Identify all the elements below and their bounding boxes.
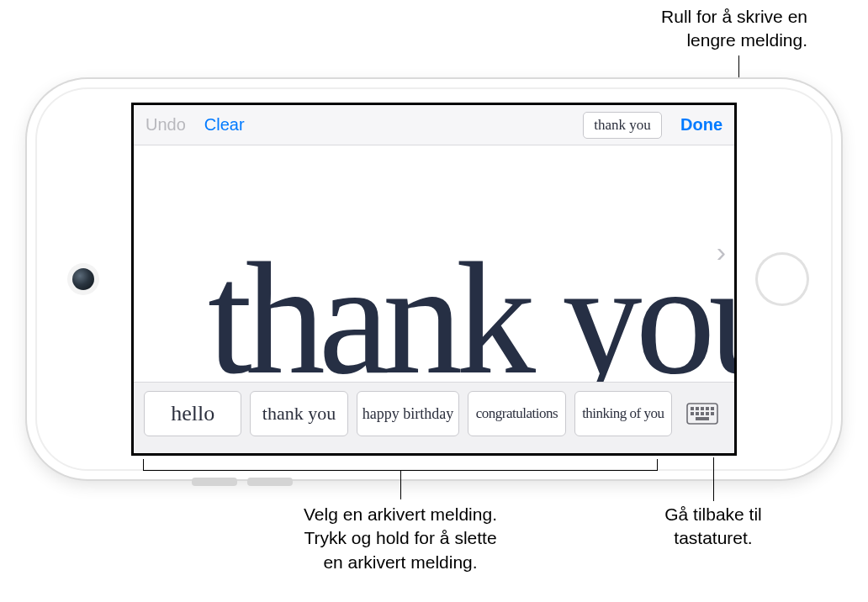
- saved-message-thank-you[interactable]: thank you: [250, 391, 347, 436]
- home-button[interactable]: [755, 252, 809, 306]
- saved-message-congratulations[interactable]: congratulations: [468, 391, 565, 436]
- saved-bracket: [143, 459, 658, 471]
- handwriting-text: thank you: [208, 239, 734, 383]
- svg-rect-9: [706, 412, 709, 415]
- svg-rect-3: [701, 407, 704, 410]
- callout-saved: Velg en arkivert melding. Trykk og hold …: [236, 503, 565, 574]
- svg-rect-1: [691, 407, 694, 410]
- scroll-chevron-icon[interactable]: ›: [717, 235, 726, 268]
- keyboard-button[interactable]: [680, 393, 724, 434]
- handwriting-canvas[interactable]: thank you ›: [134, 145, 734, 383]
- front-camera: [72, 268, 94, 290]
- svg-rect-2: [696, 407, 699, 410]
- message-preview[interactable]: thank you: [583, 112, 662, 139]
- device-frame: Undo Clear thank you Done thank you › he…: [27, 79, 841, 479]
- keyboard-callout-line: [713, 457, 714, 501]
- saved-messages-row: hello thank you happy birthday congratul…: [134, 383, 734, 445]
- saved-message-thinking-of-you[interactable]: thinking of you: [574, 391, 672, 436]
- done-button[interactable]: Done: [680, 115, 722, 135]
- undo-button: Undo: [146, 115, 186, 135]
- callout-scroll: Rull for å skrive en lengre melding.: [555, 5, 807, 53]
- keyboard-icon: [686, 403, 718, 425]
- svg-rect-8: [701, 412, 704, 415]
- callout-keyboard: Gå tilbake til tastaturet.: [606, 503, 821, 551]
- saved-bracket-stem: [400, 471, 401, 499]
- svg-rect-5: [711, 407, 714, 410]
- toolbar: Undo Clear thank you Done: [134, 105, 734, 145]
- volume-up-button[interactable]: [247, 478, 293, 486]
- svg-rect-11: [696, 417, 709, 420]
- svg-rect-10: [711, 412, 714, 415]
- saved-message-hello[interactable]: hello: [144, 391, 241, 436]
- clear-button[interactable]: Clear: [204, 115, 245, 135]
- svg-rect-4: [706, 407, 709, 410]
- svg-rect-6: [691, 412, 694, 415]
- screen: Undo Clear thank you Done thank you › he…: [131, 103, 737, 456]
- svg-rect-7: [696, 412, 699, 415]
- volume-down-button[interactable]: [192, 478, 237, 486]
- svg-rect-0: [687, 404, 717, 424]
- saved-message-happy-birthday[interactable]: happy birthday: [357, 391, 459, 436]
